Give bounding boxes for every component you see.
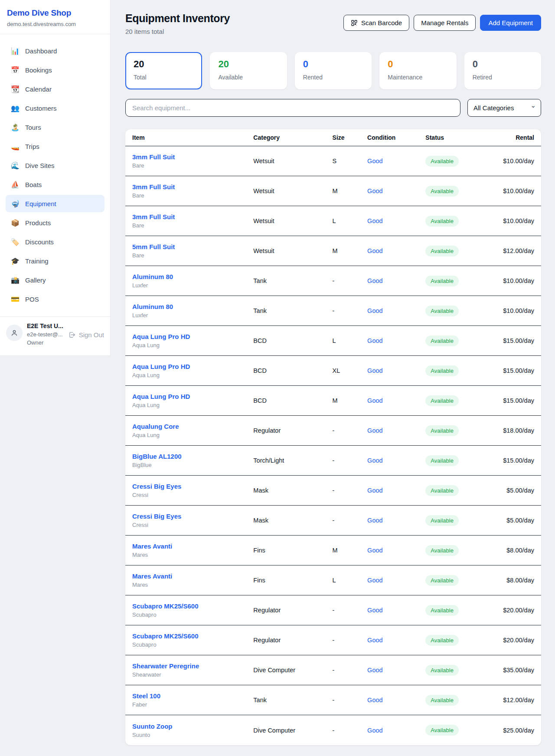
item-name-link[interactable]: 3mm Full Suit — [132, 213, 253, 220]
stat-card-retired[interactable]: 0 Retired — [464, 52, 541, 89]
item-name-link[interactable]: Suunto Zoop — [132, 723, 253, 730]
stat-card-maintenance[interactable]: 0 Maintenance — [379, 52, 456, 89]
item-name-link[interactable]: Steel 100 — [132, 692, 253, 700]
table-row: Scubapro MK25/S600 Scubapro Regulator - … — [125, 595, 541, 625]
scan-barcode-label: Scan Barcode — [361, 19, 402, 26]
item-condition-link[interactable]: Good — [367, 397, 425, 404]
item-condition-link[interactable]: Good — [367, 367, 425, 374]
item-name-link[interactable]: Mares Avanti — [132, 542, 253, 550]
status-badge: Available — [425, 365, 459, 376]
item-name-link[interactable]: Cressi Big Eyes — [132, 513, 253, 520]
brand-title[interactable]: Demo Dive Shop — [7, 8, 103, 18]
item-category: Wetsuit — [253, 187, 332, 194]
item-name-link[interactable]: Aqualung Core — [132, 423, 253, 430]
brand: Demo Dive Shop demo.test.divestreams.com — [0, 0, 110, 34]
sidebar-item-products[interactable]: 📦 Products — [6, 214, 104, 231]
search-input[interactable] — [125, 99, 460, 117]
item-condition-link[interactable]: Good — [367, 277, 425, 284]
sidebar-item-training[interactable]: 🎓 Training — [6, 252, 104, 270]
sidebar-item-label: Boats — [25, 181, 42, 188]
item-brand: Bare — [132, 192, 253, 199]
item-name-link[interactable]: Cressi Big Eyes — [132, 483, 253, 490]
item-name-link[interactable]: Aqua Lung Pro HD — [132, 333, 253, 340]
item-condition-link[interactable]: Good — [367, 307, 425, 314]
sign-out-button[interactable]: Sign Out — [69, 331, 104, 339]
item-condition-link[interactable]: Good — [367, 547, 425, 554]
status-badge: Available — [425, 545, 459, 556]
stat-card-rented[interactable]: 0 Rented — [295, 52, 372, 89]
user-name: E2E Test U... — [27, 322, 63, 329]
item-name-link[interactable]: Aluminum 80 — [132, 273, 253, 280]
graduation-cap-icon: 🎓 — [10, 257, 20, 265]
add-equipment-button[interactable]: Add Equipment — [480, 15, 541, 31]
item-name-link[interactable]: Mares Avanti — [132, 572, 253, 580]
item-size: - — [333, 607, 368, 614]
item-brand: Aqua Lung — [132, 372, 253, 378]
sidebar-item-label: Bookings — [25, 66, 52, 74]
item-condition-link[interactable]: Good — [367, 427, 425, 434]
item-name-link[interactable]: Scubapro MK25/S600 — [132, 632, 253, 640]
category-filter-wrap: All Categories — [467, 99, 541, 117]
item-condition-link[interactable]: Good — [367, 487, 425, 494]
manage-rentals-button[interactable]: Manage Rentals — [414, 15, 476, 31]
item-category: Wetsuit — [253, 217, 332, 224]
sidebar-item-boats[interactable]: ⛵ Boats — [6, 176, 104, 193]
status-cell: Available — [425, 186, 491, 197]
item-category: Torch/Light — [253, 457, 332, 464]
sidebar-nav: 📊 Dashboard 📅 Bookings 📆 Calendar 👥 Cust… — [0, 34, 110, 314]
sidebar-item-equipment[interactable]: 🤿 Equipment — [6, 195, 104, 212]
sidebar-item-dashboard[interactable]: 📊 Dashboard — [6, 42, 104, 59]
status-badge: Available — [425, 695, 459, 706]
island-icon: 🏝️ — [10, 123, 20, 131]
item-size: - — [333, 697, 368, 703]
item-condition-link[interactable]: Good — [367, 247, 425, 254]
item-brand: Luxfer — [132, 282, 253, 289]
manage-rentals-label: Manage Rentals — [421, 19, 468, 26]
item-condition-link[interactable]: Good — [367, 607, 425, 614]
status-cell: Available — [425, 545, 491, 556]
item-cell: Suunto Zoop Suunto — [125, 723, 253, 738]
scan-barcode-button[interactable]: Scan Barcode — [343, 15, 409, 31]
item-name-link[interactable]: Aqua Lung Pro HD — [132, 363, 253, 370]
sidebar-item-pos[interactable]: 💳 POS — [6, 290, 104, 308]
item-condition-link[interactable]: Good — [367, 217, 425, 224]
category-filter-select[interactable]: All Categories — [467, 99, 541, 117]
item-name-link[interactable]: 5mm Full Suit — [132, 243, 253, 250]
item-name-link[interactable]: Shearwater Peregrine — [132, 662, 253, 670]
status-cell: Available — [425, 485, 491, 496]
item-rental-rate: $18.00/day — [491, 427, 541, 434]
item-condition-link[interactable]: Good — [367, 727, 425, 734]
item-rental-rate: $15.00/day — [491, 367, 541, 374]
item-condition-link[interactable]: Good — [367, 697, 425, 703]
stat-label: Rented — [303, 74, 363, 81]
sidebar-item-dive-sites[interactable]: 🌊 Dive Sites — [6, 157, 104, 174]
sidebar-item-customers[interactable]: 👥 Customers — [6, 99, 104, 117]
item-name-link[interactable]: 3mm Full Suit — [132, 153, 253, 161]
sidebar-item-trips[interactable]: 🚤 Trips — [6, 138, 104, 155]
sidebar-item-gallery[interactable]: 📸 Gallery — [6, 271, 104, 289]
stat-card-total[interactable]: 20 Total — [125, 52, 202, 89]
item-condition-link[interactable]: Good — [367, 337, 425, 344]
item-condition-link[interactable]: Good — [367, 457, 425, 464]
stat-card-available[interactable]: 20 Available — [210, 52, 287, 89]
status-badge: Available — [425, 246, 459, 256]
stat-value: 0 — [303, 59, 363, 70]
item-brand: BigBlue — [132, 462, 253, 468]
dashboard-icon: 📊 — [10, 47, 20, 55]
item-condition-link[interactable]: Good — [367, 517, 425, 524]
item-name-link[interactable]: BigBlue AL1200 — [132, 453, 253, 460]
item-cell: 5mm Full Suit Bare — [125, 243, 253, 259]
item-condition-link[interactable]: Good — [367, 667, 425, 674]
sidebar-item-discounts[interactable]: 🏷️ Discounts — [6, 233, 104, 250]
item-name-link[interactable]: Aluminum 80 — [132, 303, 253, 310]
item-condition-link[interactable]: Good — [367, 637, 425, 644]
sidebar-item-tours[interactable]: 🏝️ Tours — [6, 118, 104, 136]
item-condition-link[interactable]: Good — [367, 187, 425, 194]
sidebar-item-calendar[interactable]: 📆 Calendar — [6, 80, 104, 98]
sidebar-item-bookings[interactable]: 📅 Bookings — [6, 61, 104, 79]
item-name-link[interactable]: 3mm Full Suit — [132, 183, 253, 191]
item-name-link[interactable]: Scubapro MK25/S600 — [132, 602, 253, 610]
item-condition-link[interactable]: Good — [367, 158, 425, 164]
item-condition-link[interactable]: Good — [367, 577, 425, 584]
item-name-link[interactable]: Aqua Lung Pro HD — [132, 393, 253, 400]
